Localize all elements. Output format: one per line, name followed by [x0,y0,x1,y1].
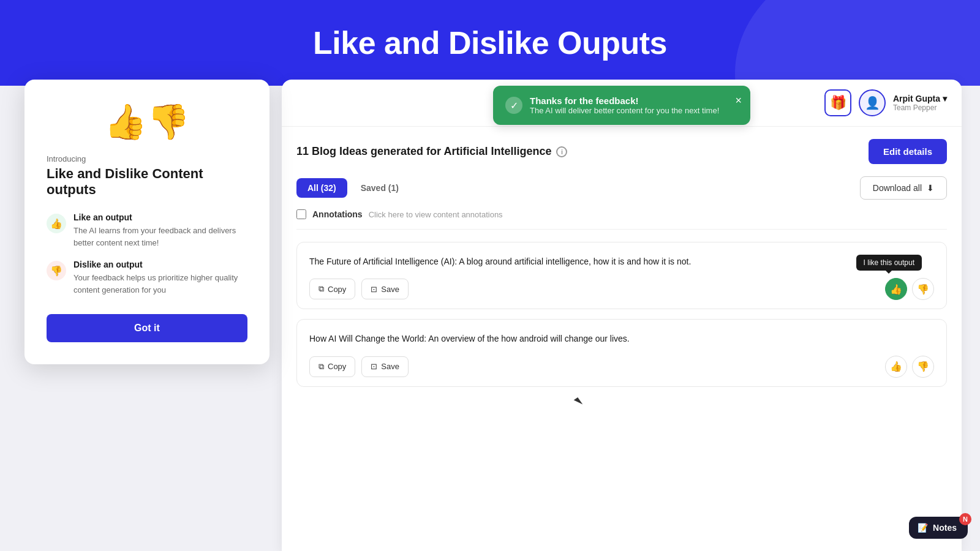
notes-button[interactable]: 📝 Notes N [909,517,968,539]
like-button-2[interactable]: 👍 [885,356,907,378]
user-avatar[interactable]: 👤 [859,89,886,116]
like-feature-desc: The AI learns from your feedback and del… [74,225,247,249]
save-button-2[interactable]: ⊡ Save [361,356,409,377]
output-text-1: The Future of Artificial Intelligence (A… [309,255,934,268]
thumbs-up-icon-1: 👍 [890,283,902,295]
gift-icon: 🎁 [830,95,846,111]
intro-card: 👍 👎 Introducing Like and Dislike Content… [24,80,270,364]
like-feature-icon: 👍 [47,214,66,233]
intro-card-emoji: 👍 👎 [47,102,247,142]
output-text-2: How AI Will Change the World: An overvie… [309,332,934,345]
save-icon-2: ⊡ [371,362,377,371]
content-title: 11 Blog Ideas generated for Artificial I… [296,145,567,158]
chevron-down-icon: ▾ [943,94,947,103]
like-emoji: 👍 [104,102,147,142]
tabs-row: All (32) Saved (1) Download all ⬇ [296,176,947,200]
dislike-emoji: 👎 [147,102,190,142]
toast-subtitle: The AI will deliver better content for y… [530,106,719,115]
dislike-feature-title: Dislike an output [74,260,247,269]
toast-close-button[interactable]: × [735,94,742,107]
user-team: Team Pepper [893,103,947,112]
output-actions-1: ⧉ Copy ⊡ Save I like this output 👍 [309,278,934,300]
user-info: Arpit Gupta ▾ Team Pepper [893,94,947,112]
edit-details-button[interactable]: Edit details [869,139,947,164]
panel-body: 11 Blog Ideas generated for Artificial I… [282,127,962,409]
output-card-1: The Future of Artificial Intelligence (A… [296,242,947,309]
content-title-row: 11 Blog Ideas generated for Artificial I… [296,139,947,164]
page-title-area: Like and Dislike Ouputs [0,0,980,86]
copy-icon-1: ⧉ [318,284,324,294]
like-feature-text: Like an output The AI learns from your f… [74,212,247,249]
like-button-1[interactable]: 👍 [885,278,907,300]
annotations-checkbox[interactable] [296,209,306,219]
main-content: 👍 👎 Introducing Like and Dislike Content… [0,86,980,551]
thumbs-down-icon-1: 👎 [917,283,929,295]
output-actions-2: ⧉ Copy ⊡ Save 👍 👎 [309,356,934,378]
introducing-label: Introducing [47,154,247,163]
save-button-1[interactable]: ⊡ Save [361,279,409,299]
tabs: All (32) Saved (1) [296,178,410,198]
notes-label: Notes [933,523,957,533]
user-icon: 👤 [865,96,880,110]
download-all-label: Download all [873,183,922,193]
page-title: Like and Dislike Ouputs [313,24,667,61]
gift-button[interactable]: 🎁 [824,89,851,116]
toast-title: Thanks for the feedback! [530,96,719,106]
dislike-button-2[interactable]: 👎 [912,356,934,378]
save-icon-1: ⊡ [371,285,377,294]
toast-text: Thanks for the feedback! The AI will del… [530,96,719,115]
output-card-2: How AI Will Change the World: An overvie… [296,319,947,386]
dislike-button-1[interactable]: 👎 [912,278,934,300]
notes-badge: N [959,513,971,525]
tab-all[interactable]: All (32) [296,178,347,198]
feature-dislike: 👎 Dislike an output Your feedback helps … [47,260,247,296]
toast-check-icon: ✓ [505,97,522,114]
annotations-label: Annotations [312,209,363,219]
output-left-actions-2: ⧉ Copy ⊡ Save [309,356,409,377]
output-left-actions-1: ⧉ Copy ⊡ Save [309,279,409,299]
annotations-row: Annotations Click here to view content a… [296,209,947,230]
got-it-button[interactable]: Got it [47,314,247,342]
user-name: Arpit Gupta ▾ [893,94,947,103]
dislike-feature-desc: Your feedback helps us prioritize higher… [74,272,247,296]
annotations-hint: Click here to view content annotations [369,210,503,219]
intro-card-title: Like and Dislike Content outputs [47,166,247,198]
like-feature-title: Like an output [74,212,247,222]
notes-icon: 📝 [918,523,928,533]
download-icon: ⬇ [927,183,934,193]
thumbs-up-icon-2: 👍 [890,361,902,372]
feedback-toast: ✓ Thanks for the feedback! The AI will d… [493,86,750,125]
tab-saved[interactable]: Saved (1) [350,178,410,198]
feature-like: 👍 Like an output The AI learns from your… [47,212,247,249]
output-right-actions-1: I like this output 👍 👎 [885,278,934,300]
dislike-feature-icon: 👎 [47,261,66,280]
copy-button-1[interactable]: ⧉ Copy [309,279,355,299]
download-all-button[interactable]: Download all ⬇ [860,176,947,200]
copy-icon-2: ⧉ [318,362,324,372]
output-right-actions-2: 👍 👎 [885,356,934,378]
info-icon[interactable]: i [556,146,567,157]
copy-button-2[interactable]: ⧉ Copy [309,356,355,377]
dislike-feature-text: Dislike an output Your feedback helps us… [74,260,247,296]
thumbs-down-icon-2: 👎 [917,361,929,372]
right-panel: 🎁 👤 Arpit Gupta ▾ Team Pepper ✓ Thanks f… [282,80,962,551]
like-tooltip: I like this output [856,255,922,271]
